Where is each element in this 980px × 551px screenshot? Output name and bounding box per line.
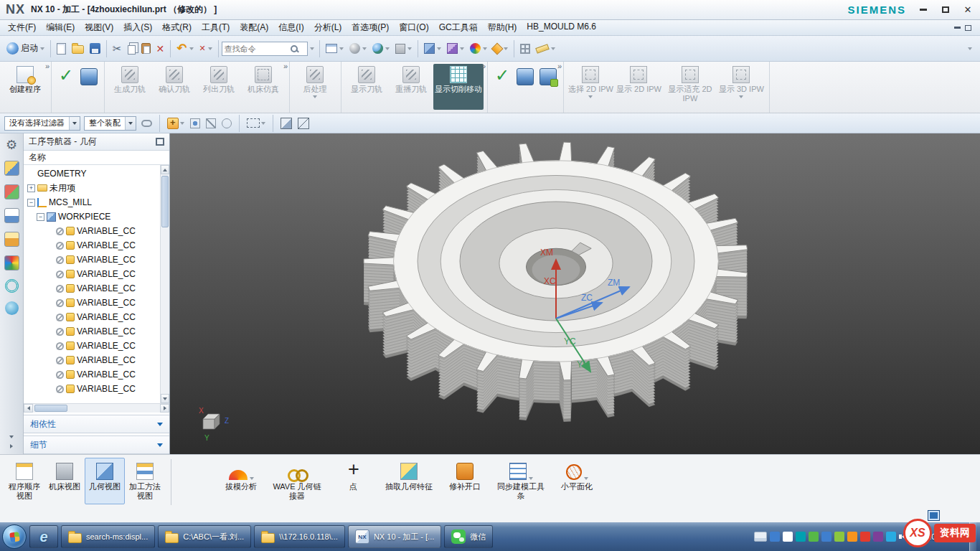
keyboard-layout-icon[interactable] xyxy=(754,532,767,542)
child-restore-icon[interactable] xyxy=(965,25,971,31)
menu-item-3[interactable]: 视图(V) xyxy=(80,20,118,35)
nav-section-1[interactable]: 相依性 xyxy=(24,415,169,433)
workpiece-tool-button[interactable] xyxy=(514,64,537,98)
visual-effects-button[interactable] xyxy=(467,39,490,59)
minimize-button[interactable] xyxy=(913,3,933,17)
tree-row-10[interactable]: VARIABLE_CC xyxy=(24,296,160,310)
selection-scope-dropdown[interactable]: 整个装配 xyxy=(84,116,136,131)
color-swatch-button[interactable] xyxy=(392,39,415,59)
tree-row-16[interactable]: VARIABLE_CC xyxy=(24,382,160,396)
expander-icon[interactable]: − xyxy=(37,213,44,221)
draft-analysis-button[interactable]: 拔模分析 xyxy=(215,458,268,504)
geometry-view-button[interactable]: 几何视图 xyxy=(85,458,125,504)
menu-item-5[interactable]: 格式(R) xyxy=(157,20,197,35)
tree-row-12[interactable]: VARIABLE_CC xyxy=(24,324,160,339)
command-search-input[interactable] xyxy=(225,44,291,53)
undo-button[interactable] xyxy=(174,39,196,59)
tree-row-13[interactable]: VARIABLE_CC xyxy=(24,339,160,353)
orient-view-button[interactable] xyxy=(421,39,444,59)
tray-icon-2[interactable] xyxy=(783,532,793,542)
expander-icon[interactable]: − xyxy=(27,199,35,207)
select-2d-ipw-button[interactable]: 选择 2D IPW xyxy=(567,64,615,100)
list-toolpath-button[interactable]: 列出刀轨 xyxy=(197,64,241,96)
graphics-viewport[interactable]: XMXCZMZCYCYMXYZ xyxy=(170,133,980,454)
snap-plus-button[interactable] xyxy=(166,116,186,131)
start-button[interactable] xyxy=(2,524,27,549)
taskbar-wechat-button[interactable]: 微信 xyxy=(444,525,493,548)
snap-mid-button[interactable] xyxy=(204,117,217,130)
overflow-chevron-icon[interactable] xyxy=(283,62,288,70)
verify-toolpath-small-button[interactable] xyxy=(77,64,100,98)
menu-item-2[interactable]: 编辑(E) xyxy=(41,20,80,35)
selection-scope-caret[interactable] xyxy=(125,117,136,130)
tree-row-3[interactable]: −MCS_MILL xyxy=(24,195,160,209)
show-cutting-moves-button[interactable]: 显示切削移动 xyxy=(433,64,484,110)
snap-view-button[interactable] xyxy=(444,39,467,59)
tree-row-9[interactable]: VARIABLE_CC xyxy=(24,281,160,296)
tray-icon-8[interactable] xyxy=(860,532,870,542)
menu-item-1[interactable]: 文件(F) xyxy=(3,20,41,35)
taskbar-folder1-button[interactable]: search-ms:displ... xyxy=(61,525,155,548)
toolbar-options-icon[interactable] xyxy=(968,47,972,50)
shaded-display-button[interactable] xyxy=(279,116,293,131)
chevron-right-icon[interactable] xyxy=(10,444,13,448)
assembly-navigator-icon[interactable] xyxy=(4,161,19,176)
menu-item-7[interactable]: 装配(A) xyxy=(235,20,273,35)
nav-section-2[interactable]: 细节 xyxy=(24,435,169,454)
tray-icon-10[interactable] xyxy=(886,532,896,542)
settings-gear-icon[interactable] xyxy=(4,137,19,152)
scroll-down-icon[interactable] xyxy=(161,394,169,403)
taskbar-folder3-button[interactable]: \\172.16.0.118\... xyxy=(254,525,345,548)
copy-button[interactable] xyxy=(125,39,138,59)
generate-toolpath-small-button[interactable] xyxy=(55,64,77,98)
synchronous-modeling-button[interactable]: 同步建模工具条 xyxy=(494,458,547,504)
show-2d-ipw-button[interactable]: 显示 2D IPW xyxy=(615,64,663,96)
tray-icon-9[interactable] xyxy=(873,532,883,542)
selection-filter-dropdown[interactable]: 没有选择过滤器 xyxy=(4,116,80,131)
web-browser-icon[interactable] xyxy=(5,301,19,315)
menu-item-4[interactable]: 插入(S) xyxy=(118,20,157,35)
cut-button[interactable] xyxy=(110,39,125,59)
child-minimize-icon[interactable] xyxy=(954,27,961,29)
menu-item-10[interactable]: 首选项(P) xyxy=(347,20,394,35)
taskbar-folder2-button[interactable]: C:\ABC\一看.刘... xyxy=(158,525,251,548)
window-layout-button[interactable] xyxy=(323,39,347,59)
new-file-button[interactable] xyxy=(54,39,69,59)
redo-button[interactable] xyxy=(197,39,215,59)
menu-item-13[interactable]: 帮助(H) xyxy=(483,20,522,35)
scroll-up-icon[interactable] xyxy=(161,165,169,174)
tree-row-14[interactable]: VARIABLE_CC xyxy=(24,353,160,367)
machining-wizard-icon[interactable] xyxy=(4,255,19,270)
vertical-scrollbar[interactable] xyxy=(160,165,169,403)
tray-icon-6[interactable] xyxy=(834,532,844,542)
postprocess-button[interactable]: 后处理 xyxy=(293,64,337,100)
operation-navigator-icon[interactable] xyxy=(4,232,19,247)
start-menu-button[interactable]: 启动 xyxy=(4,39,47,59)
snap-link-button[interactable] xyxy=(140,118,154,128)
machining-method-view-button[interactable]: 加工方法视图 xyxy=(125,458,165,504)
replay-toolpath-button[interactable]: 重播刀轨 xyxy=(389,64,433,96)
tray-icon-3[interactable] xyxy=(796,532,806,542)
patch-opening-button[interactable]: 修补开口 xyxy=(438,458,491,504)
save-button[interactable] xyxy=(87,39,103,59)
verify-toolpath-button[interactable]: 确认刀轨 xyxy=(152,64,197,96)
workpiece-check-button[interactable] xyxy=(491,64,514,98)
show-filled-2d-ipw-button[interactable]: 显示适充 2D IPW xyxy=(663,64,717,105)
search-caret-icon[interactable] xyxy=(310,47,314,50)
part-navigator-icon[interactable] xyxy=(4,208,19,223)
tree-row-15[interactable]: VARIABLE_CC xyxy=(24,367,160,382)
open-file-button[interactable] xyxy=(69,39,87,59)
tray-icon-5[interactable] xyxy=(821,532,831,542)
tree-row-7[interactable]: VARIABLE_CC xyxy=(24,253,160,267)
machine-simulation-button[interactable]: 机床仿真 xyxy=(241,64,286,96)
render-style-button[interactable] xyxy=(347,39,369,59)
tree-row-1[interactable]: GEOMETRY xyxy=(24,166,160,181)
overflow-chevron-icon[interactable] xyxy=(557,62,562,70)
scroll-left-icon[interactable] xyxy=(24,404,33,413)
tree-row-2[interactable]: +未用项 xyxy=(24,181,160,195)
reuse-library-icon[interactable] xyxy=(5,279,19,293)
background-button[interactable] xyxy=(369,39,392,59)
paste-button[interactable] xyxy=(138,39,154,59)
point-button[interactable]: 点 xyxy=(326,458,380,504)
scrollbar-thumb[interactable] xyxy=(161,176,169,227)
